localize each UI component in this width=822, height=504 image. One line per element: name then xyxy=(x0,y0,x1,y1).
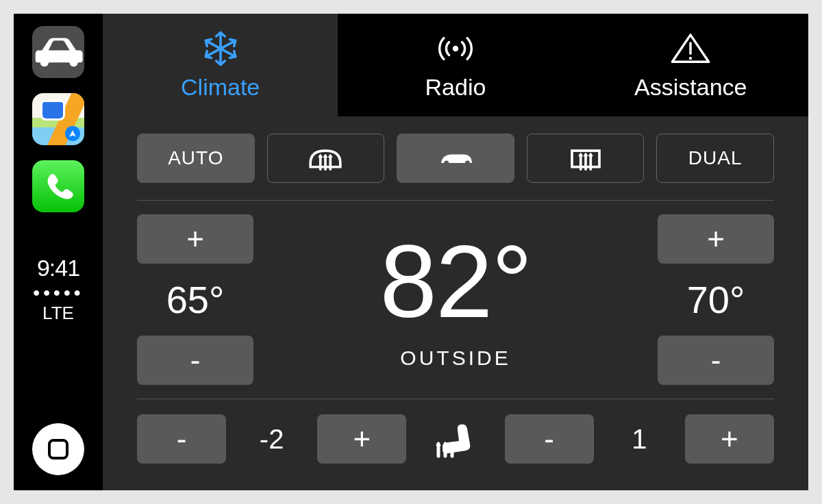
passenger-temp-control: + 70° - xyxy=(658,214,774,385)
outside-temp-display: 82° OUTSIDE xyxy=(380,230,532,370)
home-icon xyxy=(48,439,68,459)
driver-seat-down-button[interactable]: - xyxy=(137,414,226,464)
snowflake-icon xyxy=(200,30,241,67)
car-icon xyxy=(32,36,84,68)
passenger-temp-up-button[interactable]: + xyxy=(658,214,774,264)
passenger-seat-down-button[interactable]: - xyxy=(505,414,594,464)
tab-assistance[interactable]: Assistance xyxy=(573,14,808,116)
passenger-temp-down-button[interactable]: - xyxy=(658,336,774,385)
rear-defrost-icon xyxy=(566,144,605,172)
passenger-seat-value: 1 xyxy=(608,424,670,455)
climate-content: AUTO xyxy=(103,116,808,490)
auto-button[interactable]: AUTO xyxy=(137,134,255,183)
warning-triangle-icon xyxy=(670,30,711,67)
app-icon-phone[interactable] xyxy=(32,160,84,212)
driver-temp-control: + 65° - xyxy=(137,214,253,385)
dual-label: DUAL xyxy=(688,147,743,169)
app-icon-maps[interactable] xyxy=(32,93,84,145)
clock: 9:41 xyxy=(33,255,84,281)
app-sidebar: 9:41 ●●●●● LTE xyxy=(14,14,103,490)
home-button[interactable] xyxy=(32,423,84,475)
svg-point-1 xyxy=(70,59,78,67)
mode-row: AUTO xyxy=(137,134,774,183)
recirculation-button[interactable] xyxy=(397,134,514,183)
dual-button[interactable]: DUAL xyxy=(656,134,774,183)
tab-radio[interactable]: Radio xyxy=(338,14,573,116)
heated-seat-icon xyxy=(421,420,490,458)
app-icon-vehicle[interactable] xyxy=(32,26,84,78)
outside-temp-value: 82° xyxy=(380,230,532,333)
main-panel: Climate Radio xyxy=(103,14,808,490)
rear-defrost-button[interactable] xyxy=(527,134,645,183)
auto-label: AUTO xyxy=(168,147,223,169)
tab-label: Climate xyxy=(181,74,260,101)
outside-label: OUTSIDE xyxy=(380,346,532,370)
status-block: 9:41 ●●●●● LTE xyxy=(33,255,84,324)
passenger-seat-up-button[interactable]: + xyxy=(685,414,774,464)
driver-temp-value: 65° xyxy=(166,277,225,322)
phone-icon xyxy=(42,171,74,202)
tab-label: Assistance xyxy=(634,74,747,101)
radio-signal-icon xyxy=(435,30,476,67)
driver-temp-down-button[interactable]: - xyxy=(137,336,253,385)
carplay-screen: 9:41 ●●●●● LTE C xyxy=(14,14,808,490)
temperature-row: + 65° - 82° OUTSIDE + 70° - xyxy=(137,214,774,385)
front-defrost-button[interactable] xyxy=(267,134,385,183)
svg-point-7 xyxy=(689,57,692,60)
driver-seat-value: -2 xyxy=(241,424,303,455)
divider xyxy=(137,200,774,201)
tab-label: Radio xyxy=(425,74,486,101)
front-defrost-icon xyxy=(306,144,345,172)
seat-heat-row: - -2 + - 1 + xyxy=(137,414,774,464)
svg-point-5 xyxy=(453,45,459,51)
tab-climate[interactable]: Climate xyxy=(103,14,338,116)
svg-point-0 xyxy=(40,59,49,67)
divider xyxy=(137,399,774,399)
location-arrow-icon xyxy=(65,126,80,141)
top-tabs: Climate Radio xyxy=(103,14,808,116)
passenger-temp-value: 70° xyxy=(687,277,745,322)
interstate-shield-icon xyxy=(40,100,65,121)
signal-strength-icon: ●●●●● xyxy=(33,286,84,300)
network-label: LTE xyxy=(33,303,84,324)
driver-seat-up-button[interactable]: + xyxy=(317,414,406,464)
recirculation-icon xyxy=(436,144,475,172)
driver-temp-up-button[interactable]: + xyxy=(137,214,253,264)
